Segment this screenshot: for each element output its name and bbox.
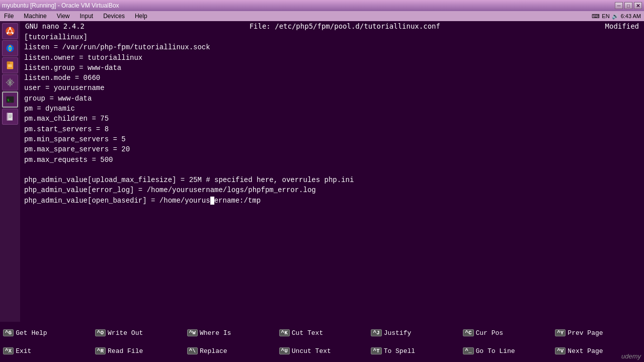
shortcut-label: Go To Line xyxy=(476,347,515,355)
shortcut-key-badge: ^T xyxy=(371,347,381,354)
shortcut-item: ^C Cur Pos xyxy=(460,324,552,342)
menubar: File Machine View Input Devices Help xyxy=(0,11,644,21)
close-button[interactable]: ✕ xyxy=(634,2,642,9)
sidebar-icon-firefox[interactable] xyxy=(2,40,18,56)
clock: 6:43 AM xyxy=(621,13,641,19)
shortcut-label: Cut Text xyxy=(292,329,323,337)
content-line: [tutoriallinux] xyxy=(24,32,640,42)
shortcut-item: ^W Where Is xyxy=(184,324,276,342)
svg-rect-17 xyxy=(9,116,12,117)
content-line xyxy=(24,165,640,175)
shortcut-item: ^O Write Out xyxy=(92,324,184,342)
shortcut-key-badge: ^K xyxy=(279,329,290,336)
content-line: user = yourusername xyxy=(24,83,640,93)
shortcut-key-badge: ^O xyxy=(95,329,106,336)
svg-point-1 xyxy=(9,27,11,29)
menu-help[interactable]: Help xyxy=(133,13,149,20)
svg-point-3 xyxy=(7,32,9,34)
shortcut-row-2: ^X Exit ^R Read File ^\ Replace ^U Uncut… xyxy=(0,342,644,360)
titlebar-title: myubuntu [Running] - Oracle VM VirtualBo… xyxy=(2,2,119,9)
content-line: php_admin_value[upload_max_filesize] = 2… xyxy=(24,175,640,185)
shortcut-label: Replace xyxy=(200,347,227,355)
shortcut-item: ^_ Go To Line xyxy=(460,342,552,360)
shortcut-item: ^U Uncut Text xyxy=(276,342,368,360)
svg-rect-8 xyxy=(7,62,10,64)
svg-rect-15 xyxy=(7,113,9,121)
udemy-watermark: udemy xyxy=(621,352,641,360)
menu-machine[interactable]: Machine xyxy=(22,13,48,20)
shortcut-item: ^J Justify xyxy=(368,324,460,342)
content-line: pm = dynamic xyxy=(24,104,640,114)
shortcut-item: ^T To Spell xyxy=(368,342,460,360)
nano-container: GNU nano 2.4.2 File: /etc/php5/fpm/pool.… xyxy=(20,21,644,322)
menu-file[interactable]: File xyxy=(2,13,16,20)
sidebar-icon-settings[interactable] xyxy=(2,74,18,90)
shortcut-item: ^R Read File xyxy=(92,342,184,360)
shortcut-label: Next Page xyxy=(568,347,603,355)
menu-devices[interactable]: Devices xyxy=(101,13,127,20)
content-line: listen.owner = tutoriallinux xyxy=(24,53,640,63)
sidebar: $_ xyxy=(0,21,20,342)
language-indicator: EN xyxy=(602,13,609,19)
content-line: pm.start_servers = 8 xyxy=(24,124,640,134)
shortcut-label: Write Out xyxy=(108,329,143,337)
sidebar-icon-terminal[interactable]: $_ xyxy=(2,92,18,108)
shortcut-item: ^X Exit xyxy=(0,342,92,360)
shortcut-label: To Spell xyxy=(384,347,415,355)
svg-point-11 xyxy=(9,81,12,84)
content-line: pm.max_children = 75 xyxy=(24,114,640,124)
content-line: listen = /var/run/php-fpm/tutoriallinux.… xyxy=(24,42,640,52)
shortcut-key-badge: ^V xyxy=(555,347,566,354)
shortcut-key-badge: ^C xyxy=(463,329,473,336)
svg-rect-9 xyxy=(8,65,12,65)
sidebar-icon-notebook[interactable] xyxy=(2,109,18,125)
content-line: pm.min_spare_servers = 5 xyxy=(24,134,640,144)
shortcut-label: Read File xyxy=(108,347,143,355)
shortcut-label: Exit xyxy=(16,347,31,355)
shortcut-key-badge: ^U xyxy=(279,347,290,354)
shortcut-label: Uncut Text xyxy=(292,347,331,355)
svg-point-6 xyxy=(9,47,12,50)
menu-input[interactable]: Input xyxy=(78,13,96,20)
shortcut-key-badge: ^R xyxy=(95,347,106,354)
svg-rect-10 xyxy=(8,66,12,66)
keyboard-icon: ⌨ xyxy=(592,13,600,20)
content-area[interactable]: [tutoriallinux]listen = /var/run/php-fpm… xyxy=(20,31,644,207)
shortcut-label: Get Help xyxy=(16,329,47,337)
content-line: listen.group = www-data xyxy=(24,63,640,73)
nano-file-label: File: /etc/php5/fpm/pool.d/tutoriallinux… xyxy=(85,22,605,30)
shortcut-key-badge: ^Y xyxy=(555,329,566,336)
svg-rect-16 xyxy=(9,115,12,115)
shortcut-key-badge: ^J xyxy=(371,329,381,336)
shortcut-item: ^K Cut Text xyxy=(276,324,368,342)
text-cursor xyxy=(210,197,214,205)
nano-status: Modified xyxy=(605,22,639,30)
shortcut-key-badge: ^X xyxy=(3,347,14,354)
svg-rect-18 xyxy=(9,117,12,118)
system-tray: ⌨ EN 🔊 6:43 AM xyxy=(589,11,644,21)
titlebar: myubuntu [Running] - Oracle VM VirtualBo… xyxy=(0,0,644,11)
shortcut-item: ^Y Prev Page xyxy=(552,324,644,342)
titlebar-buttons[interactable]: ─ □ ✕ xyxy=(615,2,642,9)
shortcut-label: Justify xyxy=(384,329,412,337)
shortcut-label: Prev Page xyxy=(568,329,603,337)
content-line: listen.mode = 0660 xyxy=(24,73,640,83)
content-line: php_admin_value[open_basedir] = /home/yo… xyxy=(24,196,640,206)
sidebar-icon-ubuntu[interactable] xyxy=(2,23,18,39)
content-line: group = www-data xyxy=(24,94,640,104)
nano-header: GNU nano 2.4.2 File: /etc/php5/fpm/pool.… xyxy=(20,21,644,31)
minimize-button[interactable]: ─ xyxy=(615,2,623,9)
shortcut-label: Where Is xyxy=(200,329,231,337)
menu-view[interactable]: View xyxy=(55,13,72,20)
shortcut-key-badge: ^W xyxy=(187,329,198,336)
sidebar-icon-files[interactable] xyxy=(2,57,18,73)
shortcut-bar: ^G Get Help ^O Write Out ^W Where Is ^K … xyxy=(0,322,644,362)
maximize-button[interactable]: □ xyxy=(624,2,632,9)
nano-app-name: GNU nano 2.4.2 xyxy=(25,22,85,30)
svg-text:$_: $_ xyxy=(7,98,11,102)
volume-icon: 🔊 xyxy=(612,13,619,20)
shortcut-row-1: ^G Get Help ^O Write Out ^W Where Is ^K … xyxy=(0,324,644,342)
content-line: pm.max_spare_servers = 20 xyxy=(24,144,640,154)
content-line: php_admin_value[error_log] = /home/youru… xyxy=(24,185,640,195)
shortcut-key-badge: ^_ xyxy=(463,347,473,354)
